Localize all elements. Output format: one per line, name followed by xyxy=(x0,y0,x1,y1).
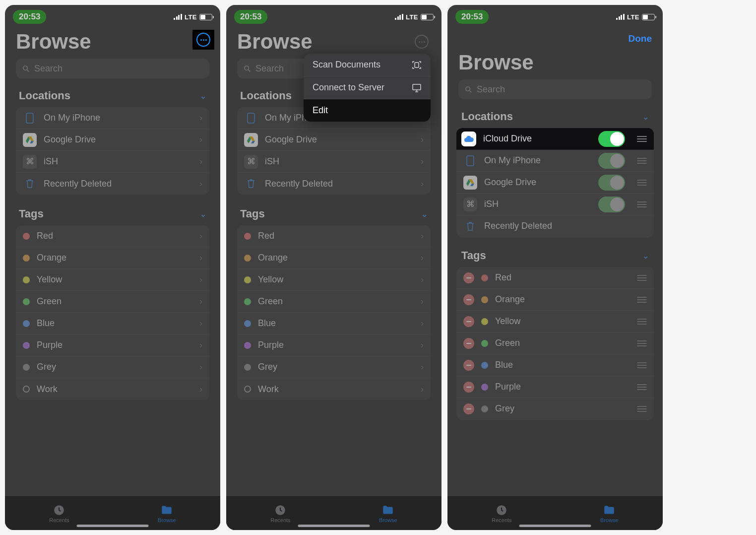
edit-icloud-drive[interactable]: iCloud Drive xyxy=(456,128,654,150)
reorder-handle[interactable] xyxy=(637,201,647,207)
reorder-handle[interactable] xyxy=(637,275,647,281)
tag-work[interactable]: Work› xyxy=(237,378,431,400)
tab-recents[interactable]: Recents xyxy=(270,504,290,523)
home-indicator[interactable] xyxy=(519,525,591,527)
toggle-google-drive[interactable] xyxy=(598,175,625,191)
row-label: Google Drive xyxy=(484,177,591,188)
home-indicator[interactable] xyxy=(298,525,370,527)
tag-red[interactable]: Red› xyxy=(237,225,431,247)
location-google-drive[interactable]: Google Drive › xyxy=(16,129,209,151)
search-input[interactable]: Search xyxy=(458,79,652,99)
chevron-right-icon: › xyxy=(199,179,202,189)
locations-header[interactable]: Locations ⌄ xyxy=(447,108,663,128)
tag-grey[interactable]: Grey› xyxy=(16,356,209,378)
location-ish[interactable]: ⌘ iSH› xyxy=(237,151,431,173)
reorder-handle[interactable] xyxy=(637,406,647,412)
menu-edit[interactable]: Edit xyxy=(304,99,431,122)
tab-browse[interactable]: Browse xyxy=(158,504,176,523)
tag-green[interactable]: Green› xyxy=(16,291,209,313)
edit-google-drive[interactable]: Google Drive xyxy=(456,172,654,194)
row-label: Purple xyxy=(495,382,625,392)
home-indicator[interactable] xyxy=(77,525,149,527)
tag-orange[interactable]: Orange› xyxy=(237,247,431,269)
delete-icon[interactable] xyxy=(463,316,474,327)
signal-icon xyxy=(616,14,625,20)
tag-grey[interactable]: Grey› xyxy=(237,356,431,378)
tag-green[interactable]: Green› xyxy=(237,291,431,313)
chevron-right-icon: › xyxy=(421,296,424,307)
reorder-handle[interactable] xyxy=(637,136,647,142)
tags-list: Red› Orange› Yellow› Green› Blue› Purple… xyxy=(16,225,209,400)
row-label: Recently Deleted xyxy=(44,179,112,189)
search-placeholder: Search xyxy=(34,64,63,74)
reorder-handle[interactable] xyxy=(637,340,647,346)
delete-icon[interactable] xyxy=(463,272,474,283)
location-recently-deleted[interactable]: Recently Deleted› xyxy=(237,173,431,195)
done-button[interactable]: Done xyxy=(629,33,652,44)
tag-red[interactable]: Red› xyxy=(16,225,209,247)
delete-icon[interactable] xyxy=(463,338,474,349)
tab-label: Recents xyxy=(49,517,69,523)
delete-icon[interactable] xyxy=(463,403,474,414)
location-ish[interactable]: ⌘ iSH › xyxy=(16,151,209,173)
tab-browse[interactable]: Browse xyxy=(379,504,397,523)
delete-icon[interactable] xyxy=(463,360,474,371)
tab-browse[interactable]: Browse xyxy=(600,504,619,523)
tag-yellow[interactable]: Yellow› xyxy=(237,269,431,291)
network-label: LTE xyxy=(185,13,197,21)
search-input[interactable]: Search xyxy=(16,59,209,78)
icloud-icon xyxy=(461,132,476,146)
svg-line-17 xyxy=(470,90,472,92)
menu-connect-to-server[interactable]: Connect to Server xyxy=(304,76,431,99)
edit-ish[interactable]: ⌘ iSH xyxy=(456,194,654,215)
toggle-on-my-iphone[interactable] xyxy=(598,153,625,169)
toggle-icloud[interactable] xyxy=(598,131,625,147)
location-recently-deleted[interactable]: Recently Deleted › xyxy=(16,173,209,195)
row-label: Green xyxy=(37,296,62,307)
reorder-handle[interactable] xyxy=(637,384,647,390)
reorder-handle[interactable] xyxy=(637,158,647,164)
tags-header[interactable]: Tags ⌄ xyxy=(226,205,441,225)
reorder-handle[interactable] xyxy=(637,319,647,325)
location-google-drive[interactable]: Google Drive› xyxy=(237,129,431,151)
tag-purple[interactable]: Purple› xyxy=(16,334,209,356)
edit-tag-yellow[interactable]: Yellow xyxy=(456,311,654,333)
tag-orange[interactable]: Orange› xyxy=(16,247,209,269)
time-pill: 20:53 xyxy=(13,10,46,24)
reorder-handle[interactable] xyxy=(637,180,647,186)
edit-tag-orange[interactable]: Orange xyxy=(456,289,654,311)
chevron-right-icon: › xyxy=(421,340,424,350)
row-label: Orange xyxy=(495,294,625,305)
tag-work[interactable]: Work› xyxy=(16,378,209,400)
delete-icon[interactable] xyxy=(463,294,474,305)
location-on-my-iphone[interactable]: On My iPhone › xyxy=(16,107,209,129)
tags-edit-list: Red Orange Yellow Green Blue Purple Grey xyxy=(456,267,654,420)
tag-purple[interactable]: Purple› xyxy=(237,334,431,356)
edit-tag-red[interactable]: Red xyxy=(456,267,654,289)
trash-icon xyxy=(463,219,477,233)
tag-blue[interactable]: Blue› xyxy=(237,313,431,334)
edit-tag-green[interactable]: Green xyxy=(456,333,654,354)
edit-on-my-iphone[interactable]: On My iPhone xyxy=(456,150,654,172)
toggle-ish[interactable] xyxy=(598,197,625,212)
edit-tag-blue[interactable]: Blue xyxy=(456,354,654,376)
tag-blue[interactable]: Blue› xyxy=(16,313,209,334)
reorder-handle[interactable] xyxy=(637,297,647,303)
delete-icon[interactable] xyxy=(463,382,474,393)
page-title: Browse xyxy=(447,51,663,79)
tag-dot-icon xyxy=(481,318,488,325)
tab-recents[interactable]: Recents xyxy=(49,504,69,523)
ish-icon: ⌘ xyxy=(463,198,477,211)
tags-header[interactable]: Tags ⌄ xyxy=(447,247,663,267)
tag-yellow[interactable]: Yellow› xyxy=(16,269,209,291)
locations-header[interactable]: Locations ⌄ xyxy=(5,87,220,107)
edit-recently-deleted[interactable]: Recently Deleted xyxy=(456,215,654,237)
edit-tag-grey[interactable]: Grey xyxy=(456,398,654,420)
reorder-handle[interactable] xyxy=(637,362,647,368)
edit-tag-purple[interactable]: Purple xyxy=(456,376,654,398)
menu-scan-documents[interactable]: Scan Documents xyxy=(304,54,431,76)
tab-recents[interactable]: Recents xyxy=(492,504,511,523)
chevron-down-icon: ⌄ xyxy=(642,112,649,122)
more-button[interactable] xyxy=(192,30,214,50)
tags-header[interactable]: Tags ⌄ xyxy=(5,205,220,225)
